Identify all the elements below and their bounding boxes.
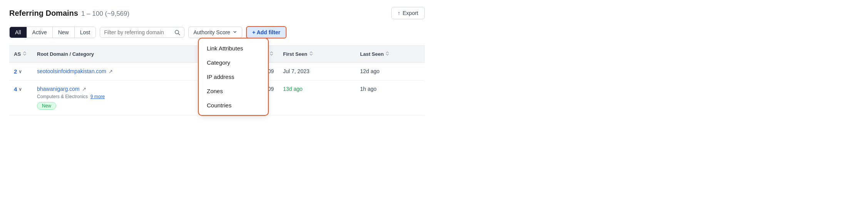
search-input[interactable] bbox=[104, 29, 172, 35]
external-link-icon-row2[interactable]: ↗ bbox=[82, 86, 86, 92]
col-first-seen: First Seen bbox=[278, 49, 355, 59]
expand-icon-row1[interactable]: ∨ bbox=[18, 69, 22, 74]
search-wrapper bbox=[100, 27, 184, 38]
export-icon: ↑ bbox=[398, 10, 400, 16]
sort-icon-first-seen[interactable] bbox=[309, 51, 313, 57]
as-number-row2: 4 bbox=[14, 86, 17, 92]
domain-cell-row1: seotoolsinfoidmpakistan.com ↗ bbox=[32, 67, 209, 76]
tab-active[interactable]: Active bbox=[27, 27, 53, 38]
result-count: 1 – 100 (~9,569) bbox=[81, 10, 129, 18]
dropdown-item-zones[interactable]: Zones bbox=[199, 84, 268, 98]
new-badge-row2: New bbox=[37, 102, 56, 110]
search-button[interactable] bbox=[174, 29, 180, 35]
col-as: AS bbox=[9, 49, 32, 59]
chevron-down-icon bbox=[233, 29, 237, 35]
as-value-row2: 4 ∨ bbox=[9, 84, 32, 94]
dropdown-item-link-attributes[interactable]: Link Attributes bbox=[199, 41, 268, 55]
dropdown-item-countries[interactable]: Countries bbox=[199, 98, 268, 112]
tab-lost[interactable]: Lost bbox=[75, 27, 96, 38]
sort-icon-as[interactable] bbox=[22, 51, 27, 57]
dropdown-item-category[interactable]: Category bbox=[199, 55, 268, 70]
tab-group: All Active New Lost bbox=[9, 27, 96, 38]
add-filter-label: + Add filter bbox=[252, 29, 280, 35]
first-seen-row2: 13d ago bbox=[278, 84, 355, 94]
domain-cell-row2: bhawanigarg.com ↗ Computers & Electronic… bbox=[32, 84, 209, 111]
last-seen-row1: 12d ago bbox=[355, 67, 425, 76]
svg-line-1 bbox=[178, 33, 180, 35]
as-number-row1: 2 bbox=[14, 68, 17, 75]
col-last-seen: Last Seen bbox=[355, 49, 425, 59]
filter-dropdown: Link Attributes Category IP address Zone… bbox=[199, 38, 268, 115]
sort-icon-last-seen[interactable] bbox=[385, 51, 390, 57]
domain-link-row1[interactable]: seotoolsinfoidmpakistan.com bbox=[37, 68, 106, 74]
tab-all[interactable]: All bbox=[10, 27, 27, 38]
expand-icon-row2[interactable]: ∨ bbox=[18, 87, 22, 92]
page-title: Referring Domains bbox=[9, 9, 78, 18]
domain-link-row2[interactable]: bhawanigarg.com bbox=[37, 86, 80, 92]
export-label: Export bbox=[403, 10, 418, 16]
tab-new[interactable]: New bbox=[53, 27, 75, 38]
domain-category-row2: Computers & Electronics 9 more bbox=[37, 94, 105, 99]
as-value-row1: 2 ∨ bbox=[9, 67, 32, 76]
last-seen-row2: 1h ago bbox=[355, 84, 425, 94]
dropdown-item-ip-address[interactable]: IP address bbox=[199, 70, 268, 84]
export-button[interactable]: ↑ Export bbox=[391, 7, 425, 19]
authority-score-label: Authority Score bbox=[193, 29, 230, 35]
sort-icon-backlinks[interactable] bbox=[269, 51, 274, 57]
external-link-icon-row1[interactable]: ↗ bbox=[109, 69, 113, 74]
search-icon bbox=[174, 29, 180, 35]
authority-score-filter[interactable]: Authority Score bbox=[188, 27, 242, 38]
add-filter-button[interactable]: + Add filter bbox=[246, 26, 287, 38]
col-root-domain: Root Domain / Category bbox=[32, 49, 209, 59]
first-seen-row1: Jul 7, 2023 bbox=[278, 67, 355, 76]
more-link-row2[interactable]: 9 more bbox=[90, 94, 105, 99]
